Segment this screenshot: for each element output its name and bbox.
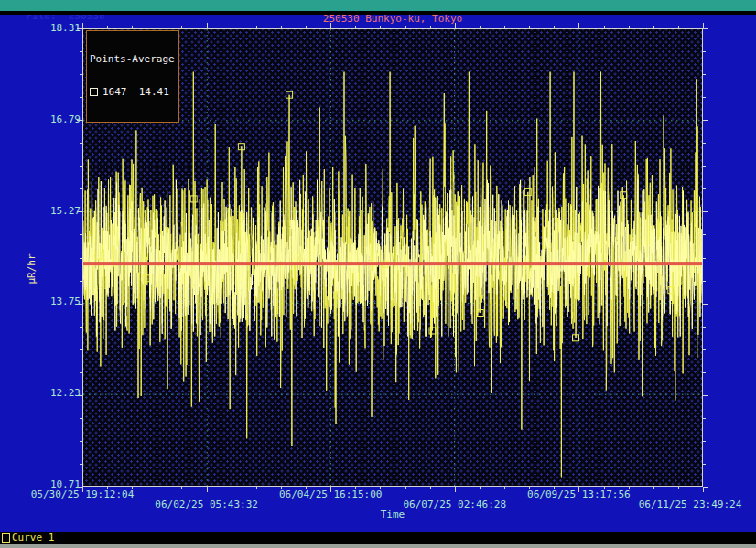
axis-tick — [430, 487, 431, 489]
axis-tick — [678, 26, 679, 28]
axis-tick — [80, 281, 82, 282]
axis-tick — [80, 441, 82, 442]
axis-tick — [306, 26, 307, 28]
y-tick-label: 15.27 — [29, 206, 81, 217]
axis-tick — [504, 26, 505, 28]
curve-square-marker-icon — [2, 533, 10, 543]
axis-tick — [480, 26, 481, 28]
chart-title: 250530 Bunkyo-ku, Tokyo — [82, 14, 703, 25]
app-window: File: 250530 250530 Bunkyo-ku, Tokyo Poi… — [0, 0, 756, 548]
file-bar: File: 250530 — [0, 0, 756, 11]
axis-tick — [207, 23, 208, 28]
axis-tick — [107, 26, 108, 28]
axis-tick — [703, 327, 706, 328]
legend-average-value: 14.41 — [139, 86, 169, 98]
legend-square-marker-icon — [90, 88, 98, 96]
y-tick-label: 13.75 — [29, 296, 81, 307]
x-tick-label: 06/11/25 23:49:24 — [626, 500, 754, 510]
y-tick-label: 16.79 — [29, 114, 81, 125]
axis-tick — [207, 487, 208, 492]
axis-tick — [80, 349, 82, 350]
axis-tick — [703, 441, 706, 442]
axis-tick — [405, 26, 406, 28]
axis-tick — [80, 51, 82, 52]
axis-tick — [703, 418, 706, 419]
curve-legend-item[interactable]: Curve 1 — [2, 532, 54, 544]
x-tick-label: 06/07/25 02:46:28 — [391, 500, 519, 510]
axis-tick — [405, 487, 406, 489]
axis-tick — [703, 464, 706, 465]
axis-tick — [629, 26, 630, 28]
window-bottom-edge — [0, 544, 756, 548]
x-tick-label: 06/02/25 05:43:32 — [143, 500, 271, 510]
axis-tick — [330, 23, 331, 28]
axis-tick — [281, 26, 282, 28]
axis-tick — [455, 487, 456, 492]
axis-tick — [232, 26, 232, 28]
axis-tick — [703, 74, 706, 75]
axis-tick — [80, 418, 82, 419]
y-axis-title: µR/hr — [27, 253, 38, 284]
x-tick-label: 06/04/25 16:15:00 — [266, 489, 394, 500]
axis-tick — [653, 26, 654, 28]
axis-tick — [703, 281, 706, 282]
axis-tick — [132, 26, 133, 28]
axis-tick — [703, 258, 706, 259]
axis-tick — [703, 304, 708, 305]
curve-label: Curve 1 — [12, 532, 54, 543]
y-tick-label: 12.23 — [29, 388, 81, 399]
axis-tick — [80, 372, 82, 373]
x-tick-label: 05/30/25 19:12:04 — [18, 489, 146, 500]
axis-tick — [703, 51, 706, 52]
axis-tick — [554, 26, 555, 28]
axis-tick — [653, 487, 654, 489]
legend-entry: 1647 14.41 — [90, 87, 175, 98]
axis-tick — [578, 23, 579, 28]
axis-tick — [157, 26, 157, 28]
axis-tick — [82, 23, 83, 28]
axis-tick — [80, 188, 82, 189]
status-bar: Curve 1 — [0, 532, 756, 544]
axis-tick — [256, 26, 257, 28]
axis-tick — [80, 97, 82, 98]
x-tick-label: 06/09/25 13:17:56 — [514, 489, 643, 500]
axis-tick — [703, 97, 706, 98]
axis-tick — [232, 487, 232, 489]
axis-tick — [703, 234, 706, 235]
axis-tick — [703, 372, 706, 373]
axis-tick — [480, 487, 481, 489]
plot-area: Points-Average 1647 14.41 — [82, 28, 703, 487]
axis-tick — [703, 28, 708, 29]
legend-box: Points-Average 1647 14.41 — [86, 30, 179, 123]
axis-tick — [504, 487, 505, 489]
axis-tick — [80, 143, 82, 144]
legend-title: Points-Average — [90, 54, 175, 65]
axis-tick — [703, 120, 708, 121]
axis-tick — [157, 487, 157, 489]
legend-gap — [127, 86, 139, 98]
axis-tick — [256, 487, 257, 489]
legend-points-count: 1647 — [103, 86, 127, 98]
axis-tick — [430, 26, 431, 28]
axis-tick — [181, 487, 182, 489]
axis-tick — [380, 26, 381, 28]
axis-tick — [703, 395, 708, 396]
axis-tick — [703, 166, 706, 167]
axis-tick — [703, 188, 706, 189]
axis-tick — [703, 349, 706, 350]
axis-tick — [181, 26, 182, 28]
axis-tick — [80, 166, 82, 167]
axis-tick — [703, 143, 706, 144]
axis-tick — [678, 487, 679, 489]
x-axis-title: Time — [82, 510, 703, 521]
axis-tick — [529, 26, 530, 28]
axis-tick — [703, 211, 708, 212]
axis-tick — [455, 23, 456, 28]
axis-tick — [80, 258, 82, 259]
axis-tick — [355, 26, 356, 28]
axis-tick — [80, 327, 82, 328]
axis-tick — [80, 464, 82, 465]
y-tick-label: 18.31 — [29, 23, 81, 34]
axis-tick — [703, 487, 708, 488]
axis-tick — [80, 74, 82, 75]
